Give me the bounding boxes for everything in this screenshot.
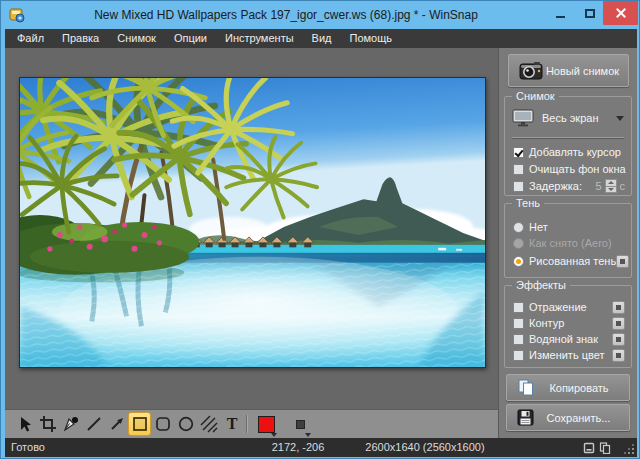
save-button-label: Сохранить... — [534, 412, 629, 424]
chevron-down-icon — [305, 433, 311, 437]
text-tool-button[interactable]: T — [220, 412, 243, 436]
effects-group-title: Эффекты — [512, 279, 570, 291]
ellipse-icon — [177, 415, 195, 433]
menu-edit[interactable]: Правка — [53, 29, 108, 48]
new-snapshot-button[interactable]: Новый снимок — [508, 54, 629, 87]
rectangle-tool-button[interactable] — [128, 412, 151, 436]
outline-checkbox[interactable] — [513, 318, 524, 329]
reflection-label: Отражение — [529, 301, 587, 313]
new-snapshot-label: Новый снимок — [543, 65, 628, 77]
toolbar-separator — [246, 415, 247, 433]
rounded-rectangle-tool-button[interactable] — [151, 412, 174, 436]
rounded-rectangle-icon — [154, 415, 172, 433]
add-cursor-label: Добавлять курсор — [529, 146, 621, 158]
add-cursor-option[interactable]: Добавлять курсор — [513, 145, 625, 159]
monitor-icon — [512, 109, 534, 127]
menu-bar: Файл Правка Снимок Опции Инструменты Вид… — [5, 29, 637, 48]
pointer-tool-button[interactable] — [13, 412, 36, 436]
copy-icon[interactable] — [599, 442, 611, 454]
close-button[interactable] — [603, 1, 638, 25]
photo[interactable] — [19, 77, 486, 368]
menu-view[interactable]: Вид — [303, 29, 341, 48]
capture-mode-dropdown[interactable]: Весь экран — [512, 105, 624, 131]
hatch-tool-button[interactable] — [197, 412, 220, 436]
reflection-option[interactable]: Отражение — [513, 300, 625, 314]
save-icon — [517, 409, 534, 426]
shadow-none-radio[interactable] — [513, 222, 524, 233]
status-cursor-position: 2172, -206 — [243, 438, 353, 457]
minimize-button[interactable] — [547, 1, 573, 25]
copy-button[interactable]: Копировать — [506, 374, 630, 401]
shadow-none-label: Нет — [529, 221, 548, 233]
arrow-icon — [108, 415, 126, 433]
shadow-as-captured-radio — [513, 238, 524, 249]
shadow-group-title: Тень — [512, 197, 544, 209]
delay-spinner[interactable] — [605, 179, 617, 193]
change-color-settings-button[interactable] — [612, 349, 625, 362]
add-cursor-checkbox[interactable] — [513, 147, 524, 158]
watermark-option[interactable]: Водяной знак — [513, 332, 625, 346]
reflection-settings-button[interactable] — [612, 301, 625, 314]
spinner-up-button[interactable] — [605, 179, 617, 187]
menu-options[interactable]: Опции — [165, 29, 216, 48]
resize-grip[interactable] — [632, 452, 634, 454]
shadow-as-captured-option: Как снято (Aero) — [513, 236, 625, 250]
clear-background-checkbox[interactable] — [513, 164, 524, 175]
clear-background-option[interactable]: Очищать фон окна — [513, 162, 625, 176]
change-color-checkbox[interactable] — [513, 350, 524, 361]
snapshot-group-title: Снимок — [512, 90, 559, 102]
minimize-icon — [556, 16, 565, 18]
outline-settings-button[interactable] — [612, 317, 625, 330]
delay-label: Задержка: — [529, 180, 582, 192]
rectangle-icon — [131, 415, 149, 433]
reflection-checkbox[interactable] — [513, 302, 524, 313]
close-icon — [615, 7, 627, 19]
line-tool-button[interactable] — [82, 412, 105, 436]
color-swatch-button[interactable] — [254, 412, 278, 436]
text-icon: T — [223, 415, 241, 433]
effects-group: Эффекты Отражение Контур Водяной знак — [504, 285, 632, 368]
winsnap-window: New Mixed HD Wallpapers Pack 197_igor_cw… — [0, 0, 640, 459]
menu-tools[interactable]: Инструменты — [216, 29, 303, 48]
shadow-group: Тень Нет Как снято (Aero) Рисованная тен… — [504, 203, 632, 278]
copy-icon — [517, 379, 535, 396]
maximize-icon — [585, 9, 595, 18]
crop-tool-button[interactable] — [36, 412, 59, 436]
shadow-as-captured-label: Как снято (Aero) — [529, 237, 612, 249]
ellipse-tool-button[interactable] — [174, 412, 197, 436]
save-button[interactable]: Сохранить... — [506, 404, 630, 431]
group-separator — [512, 137, 624, 138]
delay-option[interactable]: Задержка: 5 c — [513, 179, 625, 193]
svg-text:T: T — [226, 415, 237, 432]
shadow-drawn-label: Рисованная тень — [529, 255, 616, 267]
clear-background-label: Очищать фон окна — [529, 163, 626, 175]
pen-icon — [62, 415, 80, 433]
chevron-down-icon — [616, 116, 624, 121]
outline-option[interactable]: Контур — [513, 316, 625, 330]
arrow-tool-button[interactable] — [105, 412, 128, 436]
watermark-settings-button[interactable] — [612, 333, 625, 346]
maximize-button[interactable] — [577, 1, 603, 25]
winsnap-logo-icon[interactable] — [9, 7, 25, 23]
shadow-settings-button[interactable] — [616, 255, 629, 268]
menu-help[interactable]: Помощь — [340, 29, 401, 48]
menu-file[interactable]: Файл — [8, 29, 53, 48]
status-image-size: 2600x1640 (2560x1600) — [357, 438, 493, 457]
copy-button-label: Копировать — [535, 382, 629, 394]
capture-mode-value: Весь экран — [542, 112, 598, 124]
shadow-none-option[interactable]: Нет — [513, 220, 625, 234]
outline-label: Контур — [529, 317, 564, 329]
photo-art — [20, 78, 485, 367]
pen-tool-button[interactable] — [59, 412, 82, 436]
spinner-down-button[interactable] — [605, 187, 617, 194]
delay-unit: c — [620, 180, 626, 192]
change-color-option[interactable]: Изменить цвет — [513, 348, 625, 362]
edit-icon[interactable] — [583, 442, 595, 454]
shadow-drawn-option[interactable]: Рисованная тень — [513, 254, 625, 268]
watermark-checkbox[interactable] — [513, 334, 524, 345]
shadow-drawn-radio[interactable] — [513, 256, 524, 267]
line-width-button[interactable] — [288, 412, 312, 436]
menu-capture[interactable]: Снимок — [108, 29, 165, 48]
window-title: New Mixed HD Wallpapers Pack 197_igor_cw… — [41, 1, 531, 29]
delay-checkbox[interactable] — [513, 181, 524, 192]
